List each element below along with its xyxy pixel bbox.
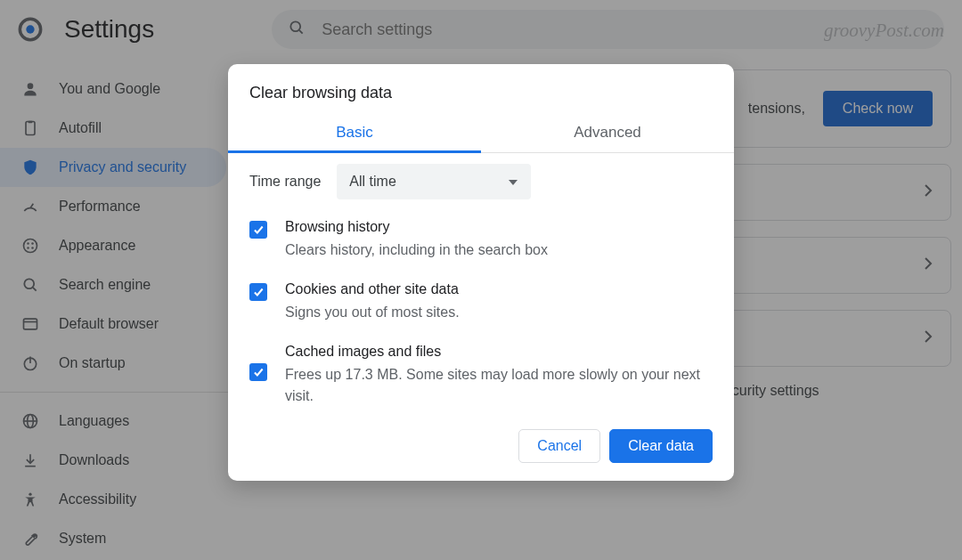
tab-label: Advanced [574,124,641,141]
dialog-title: Clear browsing data [228,84,734,115]
caret-down-icon [508,174,518,190]
tab-basic[interactable]: Basic [228,115,481,152]
cancel-button[interactable]: Cancel [518,429,600,463]
checkbox-cached[interactable] [249,363,267,381]
svg-marker-25 [509,180,518,185]
time-range-select[interactable]: All time [337,164,531,199]
clear-data-button[interactable]: Clear data [609,429,713,463]
option-desc: Frees up 17.3 MB. Some sites may load mo… [285,364,713,405]
clear-browsing-data-dialog: Clear browsing data Basic Advanced Time … [228,64,734,481]
option-browsing-history: Browsing history Clears history, includi… [249,219,713,260]
option-title: Browsing history [285,219,548,235]
time-range-label: Time range [249,174,321,190]
modal-overlay: Clear browsing data Basic Advanced Time … [0,0,962,560]
option-title: Cached images and files [285,344,713,360]
option-desc: Clears history, including in the search … [285,239,548,260]
dialog-tabs: Basic Advanced [228,115,734,153]
option-cookies: Cookies and other site data Signs you ou… [249,281,713,322]
option-cached: Cached images and files Frees up 17.3 MB… [249,344,713,405]
checkbox-cookies[interactable] [249,283,267,301]
tab-advanced[interactable]: Advanced [481,115,734,152]
option-desc: Signs you out of most sites. [285,302,460,322]
option-title: Cookies and other site data [285,281,460,297]
tab-label: Basic [336,124,373,141]
time-range-value: All time [349,174,395,190]
checkbox-browsing-history[interactable] [249,221,267,239]
